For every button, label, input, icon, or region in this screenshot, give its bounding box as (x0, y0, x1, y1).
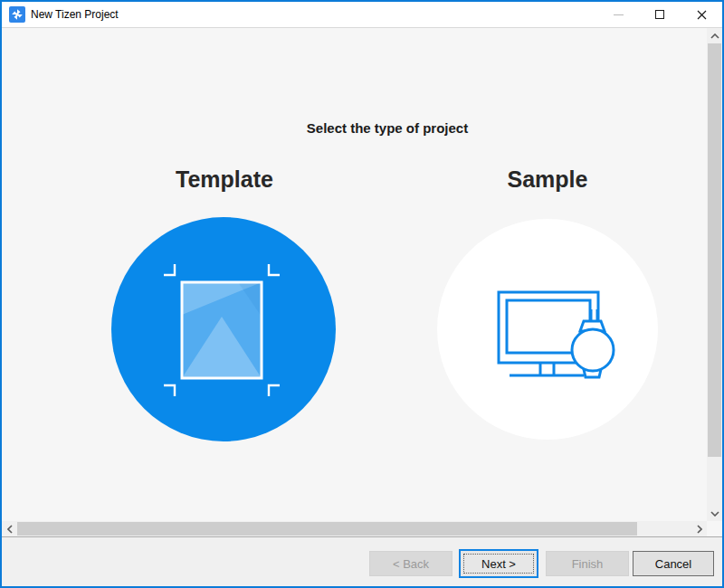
new-tizen-project-window: New Tizen Project Select the type of pro… (0, 0, 724, 588)
chevron-right-icon (697, 525, 702, 534)
chevron-up-icon (710, 33, 719, 39)
sample-icon (437, 219, 658, 440)
maximize-icon (655, 10, 664, 19)
template-option-button[interactable] (111, 217, 336, 441)
wizard-content: Select the type of project Template Samp… (2, 28, 707, 521)
vertical-scrollbar-thumb[interactable] (708, 43, 721, 457)
scroll-up-button[interactable] (707, 28, 722, 43)
cancel-button[interactable]: Cancel (633, 551, 714, 576)
chevron-left-icon (7, 525, 13, 534)
back-button[interactable]: < Back (369, 551, 452, 576)
scroll-right-button[interactable] (691, 521, 707, 536)
caption-buttons (597, 2, 722, 27)
sample-option-button[interactable] (437, 219, 658, 440)
minimize-button[interactable] (597, 2, 639, 27)
finish-button[interactable]: Finish (546, 551, 629, 576)
minimize-icon (614, 14, 624, 15)
sample-option-label: Sample (435, 166, 660, 193)
horizontal-scrollbar-thumb[interactable] (17, 522, 637, 536)
horizontal-scrollbar[interactable] (2, 521, 707, 536)
close-icon (697, 10, 707, 20)
next-button[interactable]: Next > (459, 549, 538, 578)
titlebar: New Tizen Project (2, 2, 722, 28)
maximize-button[interactable] (639, 2, 681, 27)
close-button[interactable] (681, 2, 722, 27)
template-icon (111, 217, 336, 441)
tizen-logo-icon (9, 6, 25, 23)
scroll-down-button[interactable] (707, 506, 722, 521)
template-option-label: Template (111, 166, 338, 193)
page-title: Select the type of project (71, 120, 704, 136)
scroll-left-button[interactable] (2, 521, 17, 536)
vertical-scrollbar[interactable] (707, 28, 722, 521)
wizard-buttonbar: < Back Next > Finish Cancel (2, 537, 722, 586)
chevron-down-icon (710, 511, 719, 517)
window-title: New Tizen Project (31, 8, 597, 21)
